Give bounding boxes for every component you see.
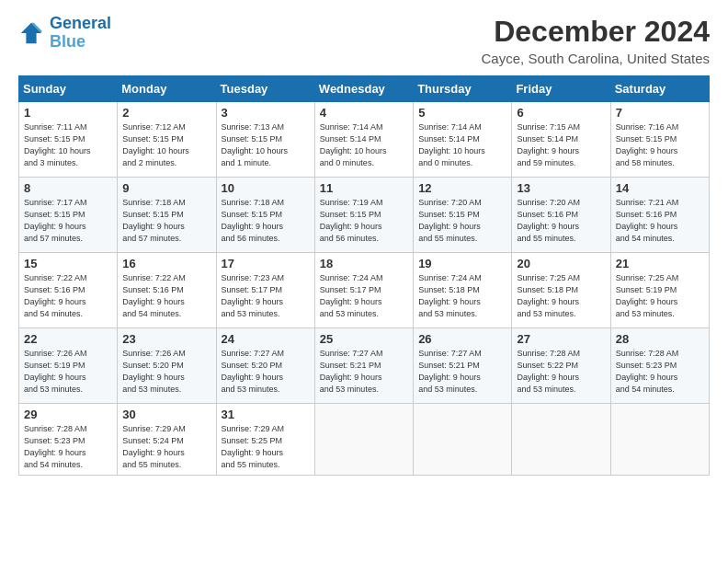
week-row-3: 15Sunrise: 7:22 AM Sunset: 5:16 PM Dayli… [19,253,710,328]
table-row: 26Sunrise: 7:27 AM Sunset: 5:21 PM Dayli… [414,328,512,404]
calendar-title: December 2024 [482,15,710,49]
day-number: 23 [122,332,210,346]
day-number: 27 [517,332,605,346]
table-row: 18Sunrise: 7:24 AM Sunset: 5:17 PM Dayli… [314,253,413,328]
day-number: 28 [616,332,704,346]
table-row: 25Sunrise: 7:27 AM Sunset: 5:21 PM Dayli… [314,328,413,404]
cell-daylight-info: Sunrise: 7:22 AM Sunset: 5:16 PM Dayligh… [24,272,112,320]
cell-daylight-info: Sunrise: 7:24 AM Sunset: 5:17 PM Dayligh… [320,272,408,320]
calendar-subtitle: Cayce, South Carolina, United States [482,51,710,66]
col-sunday: Sunday [19,76,118,102]
day-number: 21 [616,257,704,270]
table-row: 7Sunrise: 7:16 AM Sunset: 5:15 PM Daylig… [610,102,709,178]
day-number: 30 [122,408,210,421]
day-number: 19 [418,257,506,270]
day-number: 31 [222,408,310,421]
table-row: 5Sunrise: 7:14 AM Sunset: 5:14 PM Daylig… [414,102,512,178]
col-saturday: Saturday [610,76,709,102]
day-number: 10 [222,181,310,195]
cell-daylight-info: Sunrise: 7:13 AM Sunset: 5:15 PM Dayligh… [222,121,310,169]
cell-daylight-info: Sunrise: 7:28 AM Sunset: 5:22 PM Dayligh… [517,348,605,396]
cell-daylight-info: Sunrise: 7:12 AM Sunset: 5:15 PM Dayligh… [122,121,210,169]
cell-daylight-info: Sunrise: 7:26 AM Sunset: 5:20 PM Dayligh… [122,348,210,396]
day-number: 26 [418,332,506,346]
table-row: 27Sunrise: 7:28 AM Sunset: 5:22 PM Dayli… [512,328,610,404]
table-row: 28Sunrise: 7:28 AM Sunset: 5:23 PM Dayli… [610,328,709,404]
col-tuesday: Tuesday [216,76,314,102]
cell-daylight-info: Sunrise: 7:20 AM Sunset: 5:16 PM Dayligh… [517,197,605,245]
table-row: 19Sunrise: 7:24 AM Sunset: 5:18 PM Dayli… [414,253,512,328]
table-row: 24Sunrise: 7:27 AM Sunset: 5:20 PM Dayli… [216,328,314,404]
main-container: General Blue December 2024 Cayce, South … [0,0,728,485]
table-row: 4Sunrise: 7:14 AM Sunset: 5:14 PM Daylig… [314,102,413,178]
table-row [414,404,512,476]
cell-daylight-info: Sunrise: 7:27 AM Sunset: 5:21 PM Dayligh… [320,348,408,396]
table-row: 30Sunrise: 7:29 AM Sunset: 5:24 PM Dayli… [118,404,216,476]
day-number: 9 [122,181,210,195]
table-row [610,404,709,476]
table-row: 22Sunrise: 7:26 AM Sunset: 5:19 PM Dayli… [19,328,118,404]
day-number: 1 [24,106,112,120]
col-friday: Friday [512,76,610,102]
cell-daylight-info: Sunrise: 7:11 AM Sunset: 5:15 PM Dayligh… [24,121,112,169]
day-number: 13 [517,181,605,195]
table-row: 1Sunrise: 7:11 AM Sunset: 5:15 PM Daylig… [19,102,118,178]
logo-text: General Blue [50,15,111,52]
table-row: 23Sunrise: 7:26 AM Sunset: 5:20 PM Dayli… [118,328,216,404]
table-row [512,404,610,476]
cell-daylight-info: Sunrise: 7:25 AM Sunset: 5:19 PM Dayligh… [616,272,704,320]
cell-daylight-info: Sunrise: 7:23 AM Sunset: 5:17 PM Dayligh… [222,272,310,320]
week-row-2: 8Sunrise: 7:17 AM Sunset: 5:15 PM Daylig… [19,178,710,253]
cell-daylight-info: Sunrise: 7:18 AM Sunset: 5:15 PM Dayligh… [222,197,310,245]
table-row: 13Sunrise: 7:20 AM Sunset: 5:16 PM Dayli… [512,178,610,253]
cell-daylight-info: Sunrise: 7:16 AM Sunset: 5:15 PM Dayligh… [616,121,704,169]
table-row: 3Sunrise: 7:13 AM Sunset: 5:15 PM Daylig… [216,102,314,178]
cell-daylight-info: Sunrise: 7:29 AM Sunset: 5:25 PM Dayligh… [222,423,310,471]
cell-daylight-info: Sunrise: 7:24 AM Sunset: 5:18 PM Dayligh… [418,272,506,320]
table-row: 29Sunrise: 7:28 AM Sunset: 5:23 PM Dayli… [19,404,118,476]
day-number: 8 [24,181,112,195]
cell-daylight-info: Sunrise: 7:20 AM Sunset: 5:15 PM Dayligh… [418,197,506,245]
day-number: 24 [222,332,310,346]
cell-daylight-info: Sunrise: 7:22 AM Sunset: 5:16 PM Dayligh… [122,272,210,320]
day-number: 7 [616,106,704,120]
table-row: 10Sunrise: 7:18 AM Sunset: 5:15 PM Dayli… [216,178,314,253]
day-number: 4 [320,106,408,120]
cell-daylight-info: Sunrise: 7:14 AM Sunset: 5:14 PM Dayligh… [418,121,506,169]
day-number: 29 [24,408,112,421]
day-number: 18 [320,257,408,270]
cell-daylight-info: Sunrise: 7:19 AM Sunset: 5:15 PM Dayligh… [320,197,408,245]
table-row: 12Sunrise: 7:20 AM Sunset: 5:15 PM Dayli… [414,178,512,253]
cell-daylight-info: Sunrise: 7:29 AM Sunset: 5:24 PM Dayligh… [122,423,210,471]
day-number: 11 [320,181,408,195]
logo-icon [18,20,44,46]
table-row [314,404,413,476]
table-row: 31Sunrise: 7:29 AM Sunset: 5:25 PM Dayli… [216,404,314,476]
day-number: 12 [418,181,506,195]
table-row: 11Sunrise: 7:19 AM Sunset: 5:15 PM Dayli… [314,178,413,253]
table-row: 20Sunrise: 7:25 AM Sunset: 5:18 PM Dayli… [512,253,610,328]
logo: General Blue [18,15,111,52]
calendar-header-row: Sunday Monday Tuesday Wednesday Thursday… [19,76,710,102]
day-number: 25 [320,332,408,346]
day-number: 16 [122,257,210,270]
cell-daylight-info: Sunrise: 7:27 AM Sunset: 5:20 PM Dayligh… [222,348,310,396]
table-row: 6Sunrise: 7:15 AM Sunset: 5:14 PM Daylig… [512,102,610,178]
table-row: 16Sunrise: 7:22 AM Sunset: 5:16 PM Dayli… [118,253,216,328]
svg-marker-0 [21,23,41,43]
table-row: 21Sunrise: 7:25 AM Sunset: 5:19 PM Dayli… [610,253,709,328]
day-number: 14 [616,181,704,195]
table-row: 2Sunrise: 7:12 AM Sunset: 5:15 PM Daylig… [118,102,216,178]
week-row-5: 29Sunrise: 7:28 AM Sunset: 5:23 PM Dayli… [19,404,710,476]
week-row-4: 22Sunrise: 7:26 AM Sunset: 5:19 PM Dayli… [19,328,710,404]
col-wednesday: Wednesday [314,76,413,102]
cell-daylight-info: Sunrise: 7:18 AM Sunset: 5:15 PM Dayligh… [122,197,210,245]
col-thursday: Thursday [414,76,512,102]
day-number: 2 [122,106,210,120]
day-number: 15 [24,257,112,270]
table-row: 17Sunrise: 7:23 AM Sunset: 5:17 PM Dayli… [216,253,314,328]
cell-daylight-info: Sunrise: 7:28 AM Sunset: 5:23 PM Dayligh… [616,348,704,396]
cell-daylight-info: Sunrise: 7:14 AM Sunset: 5:14 PM Dayligh… [320,121,408,169]
cell-daylight-info: Sunrise: 7:21 AM Sunset: 5:16 PM Dayligh… [616,197,704,245]
calendar-table: Sunday Monday Tuesday Wednesday Thursday… [18,75,710,476]
